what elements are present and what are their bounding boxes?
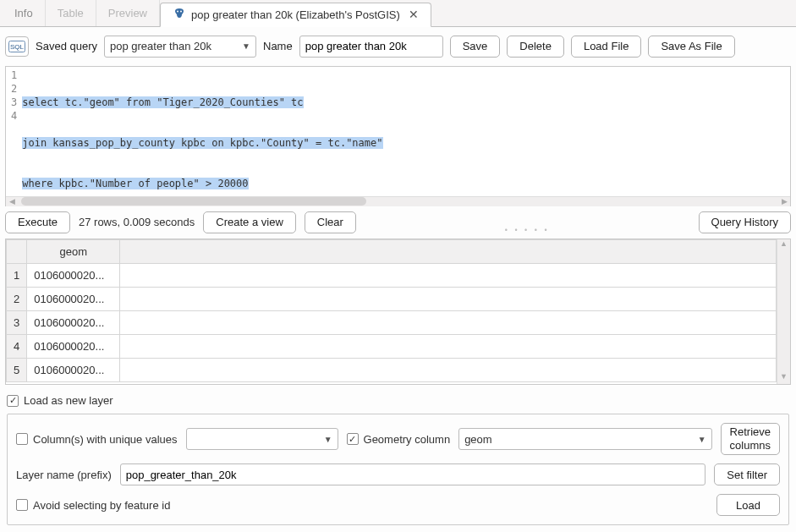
- checkbox-label: Column(s) with unique values: [33, 433, 178, 446]
- cell-geom[interactable]: 0106000020...: [27, 263, 120, 287]
- unique-column-dropdown[interactable]: ▼: [186, 428, 338, 450]
- saved-query-label: Saved query: [36, 40, 97, 52]
- tab-label: pop greater than 20k (Elizabeth's PostGI…: [191, 8, 400, 21]
- svg-point-1: [180, 11, 182, 13]
- columns-unique-checkbox[interactable]: Column(s) with unique values: [16, 433, 178, 446]
- delete-button[interactable]: Delete: [507, 36, 564, 58]
- checkbox-label: Geometry column: [364, 433, 451, 446]
- postgis-icon: [173, 8, 186, 21]
- save-button[interactable]: Save: [450, 36, 501, 58]
- scroll-up-icon[interactable]: ▲: [777, 239, 790, 251]
- table-row[interactable]: 2 0106000020...: [7, 287, 777, 310]
- tab-table[interactable]: Table: [46, 0, 96, 26]
- checkbox-checked-icon: ✓: [7, 395, 19, 407]
- name-label: Name: [263, 40, 293, 52]
- geometry-column-dropdown[interactable]: geom ▼: [458, 428, 711, 450]
- results-grid[interactable]: geom 1 0106000020... 2 0106000020... 3 0…: [6, 239, 777, 382]
- chevron-down-icon: ▼: [698, 435, 706, 444]
- name-field[interactable]: [299, 36, 443, 58]
- checkbox-checked-icon: ✓: [347, 433, 359, 445]
- corner-header: [7, 239, 27, 263]
- tab-info[interactable]: Info: [3, 0, 46, 26]
- results-table: geom 1 0106000020... 2 0106000020... 3 0…: [5, 239, 791, 385]
- create-view-button[interactable]: Create a view: [203, 211, 295, 233]
- row-number: 5: [7, 358, 27, 381]
- toolbar: SQL Saved query pop greater than 20k ▼ N…: [0, 27, 796, 66]
- layer-name-label: Layer name (prefix): [16, 469, 112, 481]
- svg-text:SQL: SQL: [10, 43, 25, 51]
- sql-editor: 1 2 3 4 select tc."geom" from "Tiger_202…: [5, 66, 791, 206]
- row-number: 2: [7, 287, 27, 310]
- sql-code[interactable]: select tc."geom" from "Tiger_2020_Counti…: [22, 67, 790, 196]
- layer-options-group: Column(s) with unique values ▼ ✓ Geometr…: [7, 414, 789, 525]
- execute-toolbar: Execute 27 rows, 0.009 seconds Create a …: [0, 206, 796, 239]
- chevron-down-icon: ▼: [324, 435, 332, 444]
- result-status: 27 rows, 0.009 seconds: [79, 216, 195, 228]
- saved-query-value: pop greater than 20k: [110, 40, 211, 52]
- tab-label: Preview: [108, 7, 147, 19]
- sql-icon: SQL: [8, 41, 25, 52]
- tab-label: Info: [14, 7, 33, 19]
- scroll-right-icon[interactable]: ▶: [778, 197, 790, 206]
- editor-horizontal-scrollbar[interactable]: ◀ ▶: [6, 196, 790, 206]
- cell-geom[interactable]: 0106000020...: [27, 334, 120, 358]
- checkbox-unchecked-icon: [16, 433, 28, 445]
- row-number: 3: [7, 310, 27, 334]
- set-filter-button[interactable]: Set filter: [714, 463, 780, 485]
- checkbox-label: Avoid selecting by feature id: [33, 499, 170, 512]
- scroll-left-icon[interactable]: ◀: [6, 197, 18, 206]
- row-number: 1: [7, 263, 27, 287]
- retrieve-columns-button[interactable]: Retrieve columns: [721, 423, 780, 455]
- layer-name-field[interactable]: [120, 463, 706, 485]
- query-history-button[interactable]: Query History: [699, 211, 791, 233]
- table-row[interactable]: 5 0106000020...: [7, 358, 777, 381]
- cell-geom[interactable]: 0106000020...: [27, 310, 120, 334]
- column-header-geom[interactable]: geom: [27, 239, 120, 263]
- close-icon[interactable]: ✕: [409, 8, 419, 21]
- load-file-button[interactable]: Load File: [571, 36, 641, 58]
- svg-point-0: [177, 11, 178, 13]
- clear-button[interactable]: Clear: [305, 211, 356, 233]
- tab-query[interactable]: pop greater than 20k (Elizabeth's PostGI…: [160, 3, 431, 27]
- load-button[interactable]: Load: [716, 494, 780, 516]
- table-row[interactable]: 1 0106000020...: [7, 263, 777, 287]
- sql-editor-body[interactable]: 1 2 3 4 select tc."geom" from "Tiger_202…: [6, 67, 790, 196]
- scrollbar-thumb[interactable]: [21, 197, 366, 206]
- scroll-down-icon[interactable]: ▼: [777, 372, 790, 384]
- checkbox-unchecked-icon: [16, 499, 28, 511]
- saved-query-combo[interactable]: pop greater than 20k ▼: [104, 36, 256, 58]
- results-vertical-scrollbar[interactable]: ▲ ▼: [777, 239, 790, 384]
- cell-geom[interactable]: 0106000020...: [27, 287, 120, 310]
- layer-options-panel: ✓ Load as new layer Column(s) with uniqu…: [0, 385, 796, 532]
- sql-editor-icon-button[interactable]: SQL: [5, 36, 29, 57]
- checkbox-label: Load as new layer: [24, 394, 113, 407]
- table-row[interactable]: 4 0106000020...: [7, 334, 777, 358]
- cell-geom[interactable]: 0106000020...: [27, 358, 120, 381]
- table-row[interactable]: 3 0106000020...: [7, 310, 777, 334]
- avoid-feature-id-checkbox[interactable]: Avoid selecting by feature id: [16, 499, 170, 512]
- geometry-value: geom: [464, 433, 492, 446]
- row-number: 4: [7, 334, 27, 358]
- tab-preview[interactable]: Preview: [96, 0, 160, 26]
- column-header-empty: [120, 239, 777, 263]
- geometry-column-checkbox[interactable]: ✓ Geometry column: [347, 433, 451, 446]
- tab-label: Table: [58, 7, 84, 19]
- splitter-handle[interactable]: • • • • •: [365, 226, 690, 229]
- chevron-down-icon: ▼: [242, 41, 250, 51]
- tab-strip: Info Table Preview pop greater than 20k …: [0, 0, 796, 27]
- line-number-gutter: 1 2 3 4: [6, 67, 22, 196]
- load-as-new-layer-checkbox[interactable]: ✓ Load as new layer: [7, 394, 113, 407]
- save-as-file-button[interactable]: Save As File: [648, 36, 734, 58]
- execute-button[interactable]: Execute: [5, 211, 70, 233]
